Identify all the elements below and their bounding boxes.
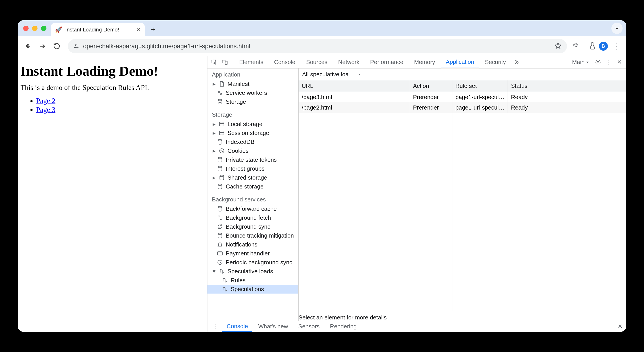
svg-point-12 [597, 61, 599, 63]
cookie-icon [218, 148, 225, 154]
reload-button[interactable] [51, 40, 62, 52]
transfer-icon [222, 277, 228, 283]
devtools-tabstrip: Elements Console Sources Network Perform… [208, 56, 626, 68]
tab-network[interactable]: Network [333, 56, 364, 68]
drawer-tab-whatsnew[interactable]: What's new [254, 321, 292, 332]
frame-selector[interactable]: Main [570, 59, 592, 66]
speculations-table: URL Action Rule set Status /page3.html P… [298, 80, 626, 113]
devtools: Elements Console Sources Network Perform… [207, 56, 626, 332]
chevron-down-icon[interactable] [612, 23, 622, 34]
labs-icon[interactable] [588, 42, 596, 50]
back-button[interactable] [22, 40, 34, 52]
bell-icon [217, 241, 223, 248]
chrome-menu-icon[interactable]: ⋮ [610, 42, 622, 51]
site-settings-icon[interactable] [73, 43, 80, 49]
extensions-icon[interactable] [572, 42, 580, 50]
sidebar-group-background-services: Background services [208, 193, 298, 204]
window-close[interactable] [23, 26, 28, 31]
page-link[interactable]: Page 3 [36, 105, 56, 113]
svg-marker-11 [586, 61, 588, 63]
sidebar-item-payment-handler[interactable]: Payment handler [208, 249, 298, 258]
address-bar[interactable]: open-chalk-asparagus.glitch.me/page1-url… [68, 39, 567, 53]
sidebar-item-background-fetch[interactable]: Background fetch [208, 213, 298, 222]
col-ruleset[interactable]: Rule set [452, 80, 508, 92]
sidebar-item-cookies[interactable]: ▸Cookies [208, 146, 298, 155]
kebab-icon[interactable]: ⋮ [211, 322, 221, 332]
star-icon[interactable] [554, 42, 562, 50]
sidebar-group-application: Application [208, 68, 298, 79]
drawer-tab-rendering[interactable]: Rendering [325, 321, 361, 332]
sidebar-item-interest-groups[interactable]: Interest groups [208, 164, 298, 173]
filter-select[interactable]: All speculative loa… [302, 71, 362, 78]
tab-memory[interactable]: Memory [409, 56, 440, 68]
sidebar-item-cache-storage[interactable]: Cache storage [208, 182, 298, 191]
forward-button[interactable] [36, 40, 48, 52]
sidebar-item-bounce-tracking[interactable]: Bounce tracking mitigation [208, 231, 298, 240]
sidebar-item-rules[interactable]: Rules [208, 276, 298, 285]
window-maximize[interactable] [41, 26, 46, 31]
gear-icon[interactable] [593, 57, 603, 67]
kebab-icon[interactable]: ⋮ [604, 57, 614, 67]
transfer-icon [218, 268, 225, 274]
close-icon[interactable]: ✕ [136, 26, 141, 33]
database-icon [217, 183, 223, 190]
svg-point-14 [220, 93, 222, 95]
table-icon [218, 121, 225, 127]
sidebar-item-periodic-sync[interactable]: Periodic background sync [208, 258, 298, 267]
svg-rect-16 [220, 122, 224, 126]
card-icon [217, 250, 223, 257]
tab-performance[interactable]: Performance [365, 56, 408, 68]
table-icon [218, 130, 225, 136]
devtools-body: Application ▸Manifest Service workers St… [208, 68, 626, 321]
page-content: Instant Loading Demo! This is a demo of … [18, 56, 207, 332]
page-title: Instant Loading Demo! [20, 63, 204, 79]
url-text: open-chalk-asparagus.glitch.me/page1-url… [83, 43, 250, 50]
table-row[interactable]: /page2.html Prerender page1-url-specul… … [298, 102, 626, 113]
browser-tab[interactable]: 🚀 Instant Loading Demo! ✕ [51, 23, 145, 36]
device-icon[interactable] [220, 57, 230, 67]
sidebar-item-speculations[interactable]: Speculations [208, 285, 298, 294]
transfer-icon [217, 215, 223, 221]
new-tab-button[interactable]: + [146, 25, 160, 34]
sidebar-item-session-storage[interactable]: ▸Session storage [208, 128, 298, 137]
svg-point-29 [218, 184, 222, 186]
sidebar-item-manifest[interactable]: ▸Manifest [208, 79, 298, 88]
tab-application[interactable]: Application [441, 56, 479, 68]
sidebar-item-private-state-tokens[interactable]: Private state tokens [208, 155, 298, 164]
tab-sources[interactable]: Sources [301, 56, 332, 68]
col-action[interactable]: Action [410, 80, 452, 92]
tab-elements[interactable]: Elements [234, 56, 268, 68]
close-icon[interactable]: ✕ [618, 323, 622, 330]
traffic-lights [22, 26, 49, 31]
more-tabs-icon[interactable] [512, 57, 522, 67]
sidebar-item-bfcache[interactable]: Back/forward cache [208, 204, 298, 213]
table-row[interactable]: /page3.html Prerender page1-url-specul… … [298, 92, 626, 103]
tab-console[interactable]: Console [269, 56, 300, 68]
sidebar-item-notifications[interactable]: Notifications [208, 240, 298, 249]
sync-icon [217, 224, 223, 230]
tab-security[interactable]: Security [480, 56, 511, 68]
profile-avatar[interactable]: B [599, 42, 608, 51]
drawer-tab-sensors[interactable]: Sensors [294, 321, 324, 332]
sidebar-item-speculative-loads[interactable]: ▾Speculative loads [208, 267, 298, 276]
sidebar-group-storage: Storage [208, 109, 298, 120]
svg-point-31 [218, 233, 222, 235]
page-description: This is a demo of the Speculation Rules … [20, 83, 204, 92]
col-url[interactable]: URL [298, 80, 410, 92]
col-status[interactable]: Status [508, 80, 626, 92]
inspect-icon[interactable] [209, 57, 219, 67]
drawer-tab-console[interactable]: Console [222, 321, 252, 332]
sidebar-item-storage[interactable]: Storage [208, 97, 298, 106]
close-icon[interactable]: ✕ [614, 57, 624, 67]
sidebar-item-service-workers[interactable]: Service workers [208, 88, 298, 97]
window-minimize[interactable] [32, 26, 38, 31]
detail-placeholder: Select an element for more details [298, 311, 626, 321]
main-split: Instant Loading Demo! This is a demo of … [18, 56, 626, 332]
sidebar-item-indexeddb[interactable]: IndexedDB [208, 137, 298, 146]
sidebar-item-background-sync[interactable]: Background sync [208, 222, 298, 231]
sidebar-item-local-storage[interactable]: ▸Local storage [208, 120, 298, 128]
sidebar-item-shared-storage[interactable]: ▸Shared storage [208, 173, 298, 182]
page-link[interactable]: Page 2 [36, 97, 56, 105]
devtools-drawer: ⋮ Console What's new Sensors Rendering ✕ [208, 321, 626, 332]
svg-point-30 [218, 206, 222, 208]
